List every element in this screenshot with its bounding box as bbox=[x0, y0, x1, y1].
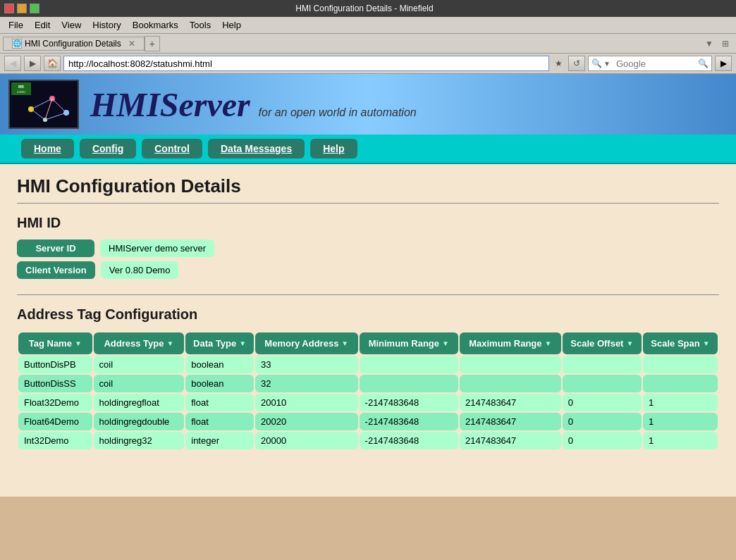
table-row: ButtonDisPBcoilboolean33 bbox=[18, 356, 718, 373]
banner-subtitle: for an open world in automation bbox=[259, 106, 417, 118]
home-button[interactable]: 🏠 bbox=[44, 56, 61, 71]
sort-min-range-icon: ▼ bbox=[442, 340, 449, 347]
table-cell bbox=[563, 375, 642, 392]
table-row: Float64Demoholdingregdoublefloat20020-21… bbox=[18, 413, 718, 430]
table-cell: 32 bbox=[255, 375, 358, 392]
site-banner: MBLOGIC MB LOGIC HMIServer for an bbox=[0, 74, 736, 135]
search-dropdown-icon[interactable]: ▼ bbox=[603, 60, 611, 68]
col-scale-offset[interactable]: Scale Offset ▼ bbox=[563, 332, 642, 354]
table-row: Float32Demoholdingregfloatfloat20010-214… bbox=[18, 394, 718, 411]
table-cell: 2147483647 bbox=[460, 413, 561, 430]
col-scale-span[interactable]: Scale Span ▼ bbox=[643, 332, 718, 354]
table-cell: 33 bbox=[255, 356, 358, 373]
hmi-id-section: HMI ID Server ID HMIServer demo server C… bbox=[17, 215, 719, 295]
nav-bar: Home Config Control Data Messages Help bbox=[0, 135, 736, 164]
server-id-value: HMIServer demo server bbox=[100, 239, 214, 257]
table-cell: boolean bbox=[185, 356, 254, 373]
col-tag-name[interactable]: Tag Name ▼ bbox=[18, 332, 92, 354]
address-tag-section: Address Tag Configuration Tag Name ▼ bbox=[17, 306, 719, 451]
col-memory-address[interactable]: Memory Address ▼ bbox=[255, 332, 358, 354]
table-cell: holdingreg32 bbox=[94, 432, 185, 449]
table-cell: Float64Demo bbox=[18, 413, 92, 430]
extension-button[interactable]: ▶ bbox=[715, 56, 732, 71]
sort-scale-offset-icon: ▼ bbox=[626, 340, 633, 347]
table-cell: 1 bbox=[643, 432, 718, 449]
maximize-btn[interactable] bbox=[30, 4, 39, 13]
sort-scale-span-icon: ▼ bbox=[703, 340, 710, 347]
table-cell: holdingregdouble bbox=[94, 413, 185, 430]
menu-tools[interactable]: Tools bbox=[184, 18, 216, 32]
table-cell: coil bbox=[94, 356, 185, 373]
table-cell bbox=[460, 375, 561, 392]
table-cell bbox=[643, 356, 718, 373]
col-data-type[interactable]: Data Type ▼ bbox=[185, 332, 254, 354]
table-cell: ButtonDisPB bbox=[18, 356, 92, 373]
menu-bar: File Edit View History Bookmarks Tools H… bbox=[0, 17, 736, 34]
table-cell: Float32Demo bbox=[18, 394, 92, 411]
table-cell: 20000 bbox=[255, 432, 358, 449]
table-cell: ButtonDisSS bbox=[18, 375, 92, 392]
table-cell: boolean bbox=[185, 375, 254, 392]
menu-help[interactable]: Help bbox=[216, 18, 247, 32]
sort-memory-address-icon: ▼ bbox=[341, 340, 348, 347]
window-controls[interactable] bbox=[4, 4, 39, 13]
col-max-range[interactable]: Maximum Range ▼ bbox=[460, 332, 561, 354]
window-title: HMI Configuration Details - Minefield bbox=[295, 4, 433, 13]
nav-data-messages[interactable]: Data Messages bbox=[208, 139, 305, 158]
minimize-btn[interactable] bbox=[17, 4, 27, 13]
banner-title: HMIServer bbox=[90, 86, 250, 123]
svg-text:MB: MB bbox=[18, 85, 24, 89]
table-cell: 20010 bbox=[255, 394, 358, 411]
table-cell bbox=[360, 356, 458, 373]
forward-button[interactable]: ▶ bbox=[24, 56, 41, 71]
col-address-type[interactable]: Address Type ▼ bbox=[94, 332, 185, 354]
bookmark-star-icon[interactable]: ★ bbox=[552, 57, 565, 70]
menu-file[interactable]: File bbox=[3, 18, 29, 32]
tab-close-icon[interactable]: ✕ bbox=[128, 39, 135, 49]
page-title: HMI Configuration Details bbox=[17, 175, 719, 204]
table-cell: 20020 bbox=[255, 413, 358, 430]
new-tab-button[interactable]: + bbox=[145, 36, 160, 51]
table-cell: 1 bbox=[643, 413, 718, 430]
table-cell: float bbox=[185, 413, 254, 430]
table-cell: 0 bbox=[563, 394, 642, 411]
refresh-button[interactable]: ↺ bbox=[568, 56, 585, 71]
sort-data-type-icon: ▼ bbox=[239, 340, 246, 347]
nav-home[interactable]: Home bbox=[21, 139, 74, 158]
tab-label: HMI Configuration Details bbox=[25, 39, 121, 49]
search-input[interactable] bbox=[612, 56, 697, 70]
search-engine-icon: 🔍 bbox=[591, 58, 602, 68]
table-cell: -2147483648 bbox=[360, 432, 458, 449]
url-input[interactable] bbox=[63, 56, 549, 71]
search-submit-icon[interactable]: 🔍 bbox=[698, 58, 709, 68]
menu-history[interactable]: History bbox=[87, 18, 126, 32]
table-container: Tag Name ▼ Address Type ▼ bbox=[17, 331, 719, 451]
menu-edit[interactable]: Edit bbox=[29, 18, 56, 32]
close-btn[interactable] bbox=[4, 4, 14, 13]
tab-overflow-icon[interactable]: ▼ bbox=[701, 39, 718, 49]
sort-max-range-icon: ▼ bbox=[545, 340, 552, 347]
table-cell bbox=[643, 375, 718, 392]
active-tab[interactable]: 🌐 HMI Configuration Details ✕ bbox=[3, 37, 145, 51]
table-cell: Int32Demo bbox=[18, 432, 92, 449]
table-cell: integer bbox=[185, 432, 254, 449]
table-cell: -2147483648 bbox=[360, 413, 458, 430]
tab-favicon: 🌐 bbox=[12, 39, 22, 49]
tab-grid-icon[interactable]: ⊞ bbox=[718, 39, 733, 49]
table-cell: 2147483647 bbox=[460, 432, 561, 449]
menu-bookmarks[interactable]: Bookmarks bbox=[127, 18, 184, 32]
back-button[interactable]: ◀ bbox=[4, 56, 21, 71]
col-min-range[interactable]: Minimum Range ▼ bbox=[360, 332, 458, 354]
table-cell: 0 bbox=[563, 432, 642, 449]
table-row: ButtonDisSScoilboolean32 bbox=[18, 375, 718, 392]
client-version-row: Client Version Ver 0.80 Demo bbox=[17, 261, 719, 279]
svg-text:LOGIC: LOGIC bbox=[17, 90, 26, 94]
nav-help[interactable]: Help bbox=[310, 139, 357, 158]
window-chrome: HMI Configuration Details - Minefield bbox=[0, 0, 736, 17]
menu-view[interactable]: View bbox=[56, 18, 87, 32]
nav-control[interactable]: Control bbox=[142, 139, 202, 158]
address-bar: ◀ ▶ 🏠 ★ ↺ 🔍 ▼ 🔍 ▶ bbox=[0, 54, 736, 74]
config-table: Tag Name ▼ Address Type ▼ bbox=[17, 331, 719, 451]
nav-config[interactable]: Config bbox=[80, 139, 136, 158]
logo-box: MBLOGIC MB LOGIC bbox=[8, 80, 79, 129]
